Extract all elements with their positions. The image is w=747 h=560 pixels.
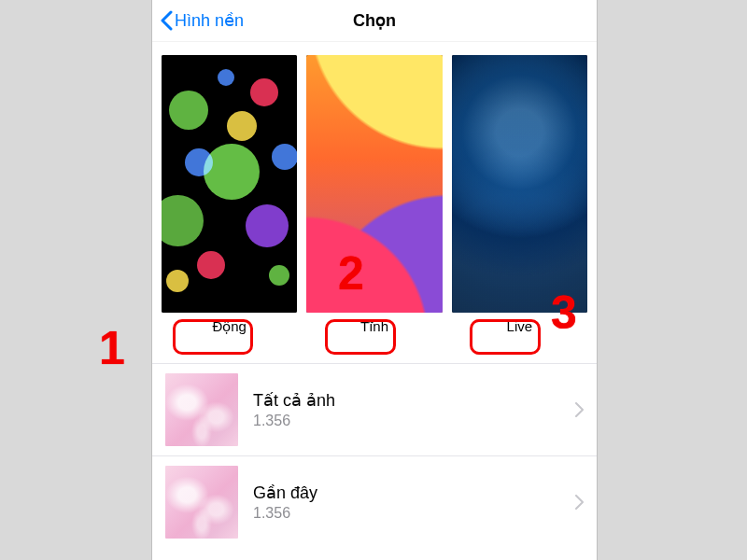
wallpaper-dynamic-thumb bbox=[162, 55, 297, 313]
wallpaper-stills-label: Tĩnh bbox=[360, 318, 388, 334]
album-all-photos-thumb bbox=[165, 373, 238, 446]
album-recents-text: Gần đây 1.356 bbox=[253, 483, 560, 522]
album-all-photos[interactable]: Tất cả ảnh 1.356 bbox=[152, 364, 597, 456]
wallpaper-dynamic[interactable]: Động bbox=[162, 55, 297, 335]
wallpaper-category-row: Động Tĩnh Live bbox=[152, 42, 597, 335]
chevron-left-icon bbox=[160, 10, 173, 31]
album-recents-thumb bbox=[165, 466, 238, 539]
wallpaper-dynamic-label: Động bbox=[212, 318, 247, 335]
album-recents-title: Gần đây bbox=[253, 483, 560, 503]
wallpaper-live-label: Live bbox=[507, 318, 533, 334]
back-label: Hình nền bbox=[175, 10, 244, 31]
annotation-number-1: 1 bbox=[99, 321, 125, 375]
album-recents[interactable]: Gần đây 1.356 bbox=[152, 456, 597, 548]
chevron-right-icon bbox=[575, 402, 584, 417]
navigation-bar: Hình nền Chọn bbox=[152, 0, 597, 42]
album-all-photos-title: Tất cả ảnh bbox=[253, 390, 560, 411]
chevron-right-icon bbox=[575, 495, 584, 510]
album-all-photos-text: Tất cả ảnh 1.356 bbox=[253, 390, 560, 429]
wallpaper-stills[interactable]: Tĩnh bbox=[306, 55, 442, 335]
wallpaper-live-thumb bbox=[452, 55, 587, 313]
page-title: Chọn bbox=[353, 10, 396, 31]
album-all-photos-count: 1.356 bbox=[253, 413, 560, 429]
back-button[interactable]: Hình nền bbox=[160, 0, 244, 41]
wallpaper-live[interactable]: Live bbox=[452, 55, 587, 335]
phone-screen: Hình nền Chọn Động bbox=[151, 0, 598, 560]
album-recents-count: 1.356 bbox=[253, 505, 560, 522]
wallpaper-stills-thumb bbox=[306, 55, 442, 313]
